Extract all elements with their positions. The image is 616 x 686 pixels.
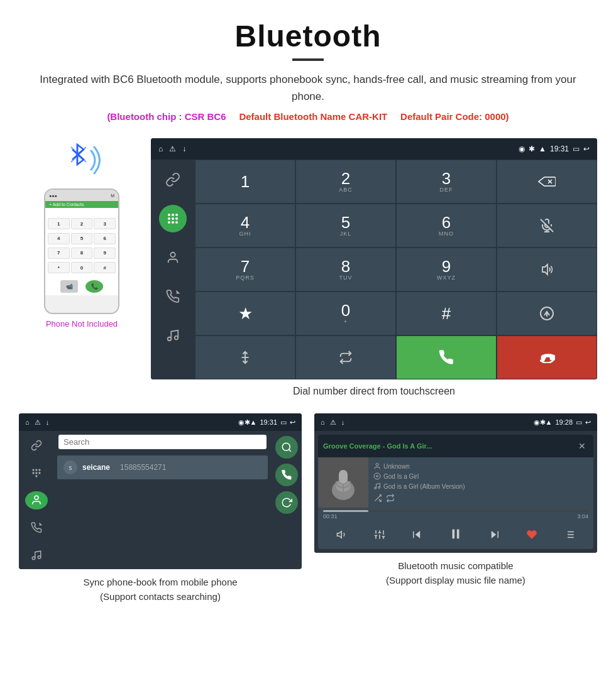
phone-mockup: ●●● M + Add to Contacts 1 2 3 4 5 6 7 8 … bbox=[44, 188, 119, 314]
phonebook-actions bbox=[272, 431, 302, 569]
favorite-button[interactable] bbox=[526, 529, 537, 543]
status-bar-right: ◉ ✱ ▲ 19:31 ▭ ↩ bbox=[519, 144, 590, 153]
phonebook-status-bar: ⌂ ⚠ ↓ ◉✱▲ 19:31 ▭ ↩ bbox=[19, 413, 302, 431]
dial-sidebar bbox=[151, 160, 195, 379]
volume-control[interactable] bbox=[336, 529, 348, 543]
dial-screen: ⌂ ⚠ ↓ ◉ ✱ ▲ 19:31 ▭ ↩ bbox=[151, 138, 597, 379]
svg-marker-24 bbox=[542, 264, 547, 275]
dial-key-6[interactable]: 6MNO bbox=[396, 204, 497, 248]
status-bar-left: ⌂ ⚠ ↓ bbox=[158, 144, 186, 153]
shuffle-icon[interactable] bbox=[373, 494, 382, 503]
phone-call-btn: 📞 bbox=[85, 280, 103, 293]
dial-key-4[interactable]: 4GHI bbox=[195, 204, 295, 248]
svg-point-12 bbox=[175, 217, 178, 220]
dial-key-mute[interactable] bbox=[497, 204, 597, 248]
call-contact-button[interactable] bbox=[275, 464, 298, 486]
next-button[interactable] bbox=[489, 529, 500, 543]
dial-key-1[interactable]: 1 bbox=[195, 160, 295, 204]
dial-key-3[interactable]: 3DEF bbox=[396, 160, 497, 204]
svg-point-18 bbox=[175, 336, 179, 340]
sidebar-contacts-icon[interactable] bbox=[159, 244, 187, 271]
dial-key-2[interactable]: 2ABC bbox=[295, 160, 396, 204]
phone-top-bar: ●●● M bbox=[45, 190, 118, 201]
contact-row[interactable]: s seicane 15885554271 bbox=[57, 455, 268, 479]
dial-key-swap[interactable] bbox=[295, 335, 396, 379]
svg-point-48 bbox=[377, 476, 378, 477]
phone-key-0: 0 bbox=[71, 262, 93, 273]
contact-number: 15885554271 bbox=[120, 463, 166, 472]
battery-icon-music: ▭ bbox=[576, 418, 582, 427]
phonebook-screenshot-block: ⌂ ⚠ ↓ ◉✱▲ 19:31 ▭ ↩ bbox=[19, 413, 302, 604]
phone-key-2: 2 bbox=[71, 218, 93, 229]
dial-key-volume[interactable] bbox=[497, 248, 597, 291]
time-display-small: 19:31 bbox=[260, 418, 277, 426]
progress-track[interactable] bbox=[323, 510, 588, 512]
svg-point-14 bbox=[172, 221, 174, 224]
sidebar-music-icon[interactable] bbox=[159, 322, 187, 349]
music-top-bar: Groove Coverage - God Is A Gir... ✕ bbox=[318, 435, 593, 457]
dial-key-5[interactable]: 5JKL bbox=[295, 204, 396, 248]
status-bar: ⌂ ⚠ ↓ ◉ ✱ ▲ 19:31 ▭ ↩ bbox=[151, 138, 597, 160]
progress-times: 00:31 3:04 bbox=[323, 513, 588, 520]
search-input[interactable] bbox=[58, 435, 267, 449]
mini-dialpad-icon[interactable] bbox=[25, 464, 48, 482]
dial-key-0[interactable]: 0+ bbox=[295, 291, 396, 335]
refresh-contacts-button[interactable] bbox=[275, 491, 298, 514]
mini-calls-icon[interactable] bbox=[25, 518, 48, 537]
dial-key-merge[interactable] bbox=[195, 335, 295, 379]
specs-line: (Bluetooth chip : CSR BC6 Default Blueto… bbox=[38, 111, 578, 122]
warning-icon: ⚠ bbox=[169, 144, 176, 153]
phone-key-6: 6 bbox=[94, 233, 116, 244]
svg-point-33 bbox=[35, 472, 37, 474]
svg-point-9 bbox=[175, 214, 178, 216]
spec2: Default Bluetooth Name CAR-KIT bbox=[239, 111, 387, 122]
sidebar-link-icon[interactable] bbox=[159, 166, 187, 193]
repeat-icon[interactable] bbox=[386, 494, 395, 503]
phonebook-caption: Sync phone-book from mobile phone(Suppor… bbox=[83, 575, 237, 604]
usb-icon-small: ↓ bbox=[46, 418, 50, 426]
dial-key-star[interactable]: ★ bbox=[195, 291, 295, 335]
phone-key-4: 4 bbox=[48, 233, 70, 244]
home-icon-small: ⌂ bbox=[25, 418, 30, 426]
search-contact-button[interactable] bbox=[275, 436, 298, 459]
dial-key-backspace[interactable] bbox=[497, 160, 597, 204]
svg-point-31 bbox=[38, 469, 40, 471]
music-controls bbox=[318, 522, 593, 549]
phone-key-1: 1 bbox=[48, 218, 70, 229]
phone-key-7: 7 bbox=[48, 248, 70, 259]
music-album-art bbox=[318, 457, 368, 508]
svg-point-39 bbox=[282, 444, 290, 451]
back-icon-small[interactable]: ↩ bbox=[290, 418, 295, 427]
prev-button[interactable] bbox=[411, 529, 422, 543]
time-total: 3:04 bbox=[577, 513, 588, 520]
svg-point-35 bbox=[35, 475, 37, 477]
svg-marker-53 bbox=[337, 531, 341, 538]
back-icon[interactable]: ↩ bbox=[583, 144, 590, 153]
mini-music-icon[interactable] bbox=[25, 546, 48, 565]
search-bar bbox=[53, 431, 272, 453]
time-current: 00:31 bbox=[323, 513, 338, 520]
dial-screen-container: ⌂ ⚠ ↓ ◉ ✱ ▲ 19:31 ▭ ↩ bbox=[151, 138, 597, 407]
dial-key-8[interactable]: 8TUV bbox=[295, 248, 396, 291]
sidebar-calls-icon[interactable] bbox=[159, 283, 187, 310]
equalizer-control[interactable] bbox=[374, 529, 385, 543]
gps-icon-small: ◉✱▲ bbox=[238, 418, 257, 427]
dial-key-9[interactable]: 9WXYZ bbox=[396, 248, 497, 291]
sidebar-dialpad-icon[interactable] bbox=[159, 205, 187, 232]
dial-key-call[interactable] bbox=[396, 335, 497, 379]
back-icon-music[interactable]: ↩ bbox=[585, 418, 591, 427]
dial-key-hash[interactable]: # bbox=[396, 291, 497, 335]
svg-point-8 bbox=[172, 214, 174, 216]
mini-contacts-icon[interactable] bbox=[25, 491, 48, 510]
phone-add-contacts: + Add to Contacts bbox=[45, 201, 118, 208]
wifi-icon: ▲ bbox=[539, 144, 546, 153]
pause-button[interactable] bbox=[449, 527, 463, 544]
mini-link-icon[interactable] bbox=[25, 436, 48, 455]
phone-key-8: 8 bbox=[71, 248, 93, 259]
dial-key-7[interactable]: 7PQRS bbox=[195, 248, 295, 291]
gps-icon-music: ◉✱▲ bbox=[534, 418, 553, 427]
playlist-button[interactable] bbox=[564, 529, 575, 543]
dial-key-transfer[interactable] bbox=[497, 291, 597, 335]
dial-key-end[interactable] bbox=[497, 335, 597, 379]
music-close-button[interactable]: ✕ bbox=[576, 438, 588, 454]
